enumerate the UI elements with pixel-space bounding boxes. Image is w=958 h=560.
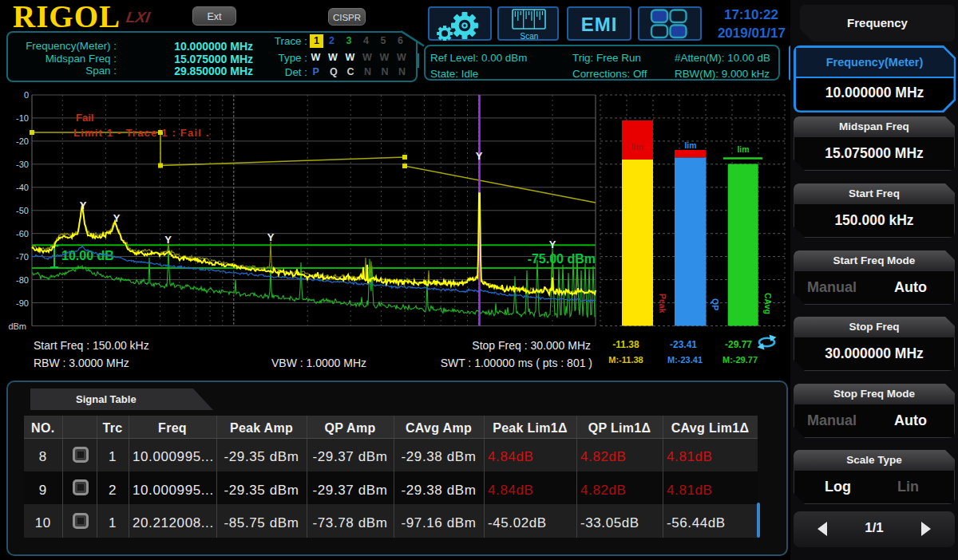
svg-text:SWT : 1.00000 ms ( pts : 801 ): SWT : 1.00000 ms ( pts : 801 ) [441,357,592,369]
svg-text:Y: Y [80,199,87,211]
svg-text:Peak: Peak [658,294,667,314]
svg-text:Y: Y [549,239,556,250]
svg-text:-20: -20 [16,136,29,146]
svg-text:Stop Freq : 30.000 MHz: Stop Freq : 30.000 MHz [472,339,591,352]
svg-text:-60: -60 [16,229,29,239]
svg-text:-90: -90 [16,298,29,308]
svg-text:-80: -80 [16,275,29,285]
svg-text:Start Freq : 150.00 kHz: Start Freq : 150.00 kHz [34,339,149,352]
svg-text:-10: -10 [16,113,29,123]
svg-text:Fail: Fail [76,112,93,124]
svg-text:-23.41: -23.41 [670,339,697,350]
svg-text:Y: Y [267,231,275,243]
svg-text:-50: -50 [16,206,29,215]
svg-text:M:-23.41: M:-23.41 [667,355,703,365]
svg-text:QP: QP [711,298,720,310]
svg-text:0: 0 [24,90,29,100]
svg-text:-11.38: -11.38 [612,339,639,350]
svg-text:dBm: dBm [8,321,26,331]
svg-text:lim: lim [684,140,696,150]
svg-text:M:-29.77: M:-29.77 [722,355,758,365]
svg-text:lim: lim [737,144,749,154]
svg-text:RBW : 3.0000 MHz: RBW : 3.0000 MHz [34,357,129,369]
svg-text:-30: -30 [16,160,29,169]
svg-text:CAvg: CAvg [763,293,773,314]
svg-text:lim: lim [631,142,643,152]
svg-text:Limit 1 - Trace 1 : Fail .: Limit 1 - Trace 1 : Fail . [73,127,210,139]
svg-text:Y: Y [476,150,483,162]
svg-text:Y: Y [113,212,121,224]
svg-text:-40: -40 [16,183,29,192]
svg-text:M:-11.38: M:-11.38 [608,355,643,365]
svg-text:Y: Y [164,234,172,246]
svg-text:VBW : 1.0000 MHz: VBW : 1.0000 MHz [271,357,366,369]
svg-text:-70: -70 [16,252,29,262]
svg-text:-29.77: -29.77 [725,339,752,350]
